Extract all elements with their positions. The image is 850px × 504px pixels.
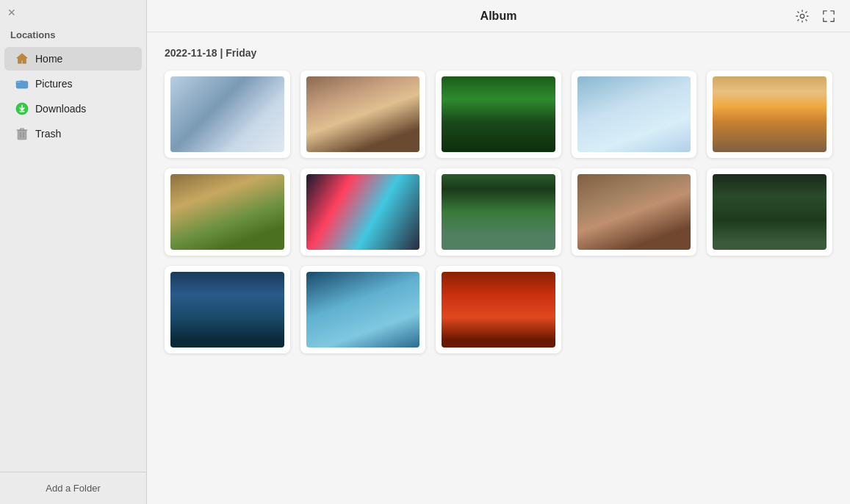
photo-thumb-6 <box>170 174 284 250</box>
photo-thumb-2 <box>306 76 420 152</box>
locations-section-label: Locations <box>0 21 146 46</box>
sidebar-item-trash-label: Trash <box>35 128 61 140</box>
photo-thumb-3 <box>442 76 555 152</box>
photo-thumb-8 <box>442 174 555 250</box>
photo-thumb-12 <box>306 272 420 348</box>
close-button[interactable]: ✕ <box>7 7 16 18</box>
photo-content: 2022-11-18 | Friday <box>147 32 850 504</box>
photo-thumb-4 <box>577 76 691 152</box>
photo-grid-row1 <box>165 71 832 158</box>
fullscreen-button[interactable] <box>819 7 838 26</box>
pictures-icon <box>15 76 29 91</box>
grid-empty-1 <box>572 266 697 353</box>
photo-card-4[interactable] <box>572 71 697 158</box>
downloads-icon <box>15 101 29 116</box>
toolbar-title: Album <box>480 10 517 23</box>
photo-thumb-11 <box>170 272 284 348</box>
photo-card-1[interactable] <box>165 71 290 158</box>
photo-grid-row2 <box>165 168 832 256</box>
photo-thumb-10 <box>713 174 826 250</box>
photo-thumb-5 <box>713 76 826 152</box>
sidebar-item-home-label: Home <box>35 53 62 65</box>
add-folder-label: Add a Folder <box>46 483 100 494</box>
sidebar-item-pictures[interactable]: Pictures <box>4 72 142 96</box>
photo-card-9[interactable] <box>572 168 697 256</box>
photo-card-6[interactable] <box>165 168 290 256</box>
photo-card-10[interactable] <box>707 168 832 256</box>
photo-thumb-7 <box>306 174 420 250</box>
date-label: 2022-11-18 | Friday <box>165 47 832 59</box>
photo-grid-row3 <box>165 266 832 353</box>
photo-card-12[interactable] <box>300 266 426 353</box>
photo-card-3[interactable] <box>436 71 561 158</box>
svg-rect-4 <box>18 130 26 140</box>
photo-thumb-1 <box>170 76 284 152</box>
fullscreen-icon <box>822 10 835 23</box>
main-area: Album 2022-11-18 | Friday <box>147 0 850 504</box>
photo-card-7[interactable] <box>300 168 426 256</box>
svg-rect-1 <box>16 82 21 84</box>
gear-icon <box>796 10 809 23</box>
sidebar-item-trash[interactable]: Trash <box>4 122 142 145</box>
photo-card-11[interactable] <box>165 266 290 353</box>
photo-thumb-13 <box>442 272 555 348</box>
grid-empty-2 <box>707 266 832 353</box>
photo-card-13[interactable] <box>436 266 561 353</box>
svg-point-7 <box>800 14 804 18</box>
trash-icon <box>15 126 29 141</box>
sidebar: ✕ Locations Home Pictures Downloa <box>0 0 147 504</box>
photo-card-5[interactable] <box>707 71 832 158</box>
sidebar-item-pictures-label: Pictures <box>35 78 73 90</box>
add-folder-button[interactable]: Add a Folder <box>0 472 146 504</box>
toolbar-actions <box>793 7 838 26</box>
home-icon <box>15 51 29 66</box>
photo-thumb-9 <box>577 174 691 250</box>
photo-card-2[interactable] <box>300 71 426 158</box>
sidebar-item-home[interactable]: Home <box>4 47 142 71</box>
toolbar: Album <box>147 0 850 32</box>
sidebar-item-downloads[interactable]: Downloads <box>4 97 142 120</box>
settings-button[interactable] <box>793 7 812 26</box>
sidebar-item-downloads-label: Downloads <box>35 103 86 115</box>
photo-card-8[interactable] <box>436 168 561 256</box>
